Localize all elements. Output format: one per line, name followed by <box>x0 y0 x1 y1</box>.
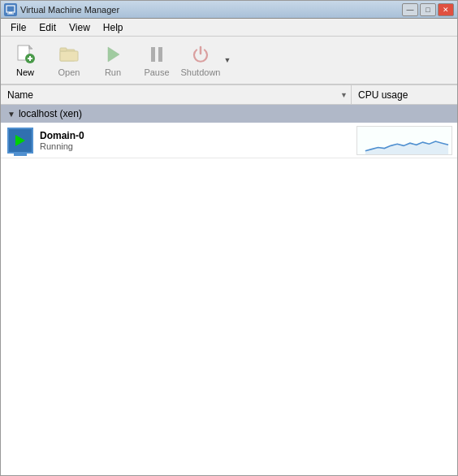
menu-help[interactable]: Help <box>97 20 130 35</box>
svg-marker-13 <box>108 47 119 62</box>
svg-rect-1 <box>9 12 12 14</box>
menu-file[interactable]: File <box>4 20 32 35</box>
group-label: localhost (xen) <box>19 108 82 119</box>
open-label: Open <box>58 67 80 77</box>
empty-area <box>1 158 457 475</box>
vm-cpu-chart <box>352 123 457 158</box>
svg-rect-15 <box>158 47 162 62</box>
pause-icon <box>145 43 168 66</box>
svg-rect-11 <box>60 51 78 61</box>
cpu-chart-fill <box>365 141 448 154</box>
svg-rect-14 <box>151 47 155 62</box>
menu-bar: File Edit View Help <box>1 19 457 37</box>
title-bar: Virtual Machine Manager — □ ✕ <box>1 1 457 19</box>
main-window: Virtual Machine Manager — □ ✕ File Edit … <box>0 0 458 476</box>
shutdown-group: Shutdown ▼ <box>179 39 233 81</box>
vm-name: Domain-0 <box>40 130 84 141</box>
shutdown-icon <box>189 43 212 66</box>
play-icon <box>15 135 25 146</box>
name-column-header: Name ▼ <box>1 85 352 104</box>
list-header: Name ▼ CPU usage <box>1 85 457 105</box>
close-button[interactable]: ✕ <box>438 3 454 16</box>
menu-view[interactable]: View <box>63 20 97 35</box>
title-buttons: — □ ✕ <box>402 3 454 16</box>
open-button[interactable]: Open <box>48 39 90 81</box>
group-header[interactable]: ▼ localhost (xen) <box>1 105 457 123</box>
window-title: Virtual Machine Manager <box>20 5 119 15</box>
new-button[interactable]: New <box>4 39 46 81</box>
run-icon <box>102 43 124 66</box>
vm-info: Domain-0 Running <box>1 128 352 154</box>
shutdown-button[interactable]: Shutdown <box>179 39 222 81</box>
cpu-chart-canvas <box>356 126 452 155</box>
run-button[interactable]: Run <box>92 39 134 81</box>
menu-edit[interactable]: Edit <box>32 20 63 35</box>
title-bar-left: Virtual Machine Manager <box>4 3 119 16</box>
app-icon <box>4 3 17 16</box>
cpu-column-header: CPU usage <box>352 85 457 104</box>
shutdown-label: Shutdown <box>181 67 221 77</box>
shutdown-dropdown-button[interactable]: ▼ <box>222 39 233 81</box>
content-area: Name ▼ CPU usage ▼ localhost (xen) Domai… <box>1 85 457 475</box>
vm-text: Domain-0 Running <box>40 130 84 151</box>
svg-rect-2 <box>7 13 14 14</box>
maximize-button[interactable]: □ <box>420 3 436 16</box>
name-column-label: Name <box>7 89 33 101</box>
open-icon <box>58 43 80 66</box>
vm-row[interactable]: Domain-0 Running <box>1 123 457 158</box>
run-label: Run <box>105 67 121 77</box>
name-dropdown-icon[interactable]: ▼ <box>340 91 348 99</box>
svg-rect-0 <box>6 6 15 12</box>
pause-button[interactable]: Pause <box>136 39 178 81</box>
svg-rect-12 <box>60 48 67 51</box>
new-icon <box>14 43 37 66</box>
minimize-button[interactable]: — <box>402 3 418 16</box>
cpu-column-label: CPU usage <box>358 89 408 101</box>
vm-status: Running <box>40 141 84 151</box>
svg-marker-4 <box>29 45 32 49</box>
new-label: New <box>16 67 34 77</box>
toolbar: New Open Run <box>1 37 457 85</box>
vm-icon <box>7 128 33 154</box>
group-expand-icon: ▼ <box>7 110 15 119</box>
pause-label: Pause <box>144 67 169 77</box>
